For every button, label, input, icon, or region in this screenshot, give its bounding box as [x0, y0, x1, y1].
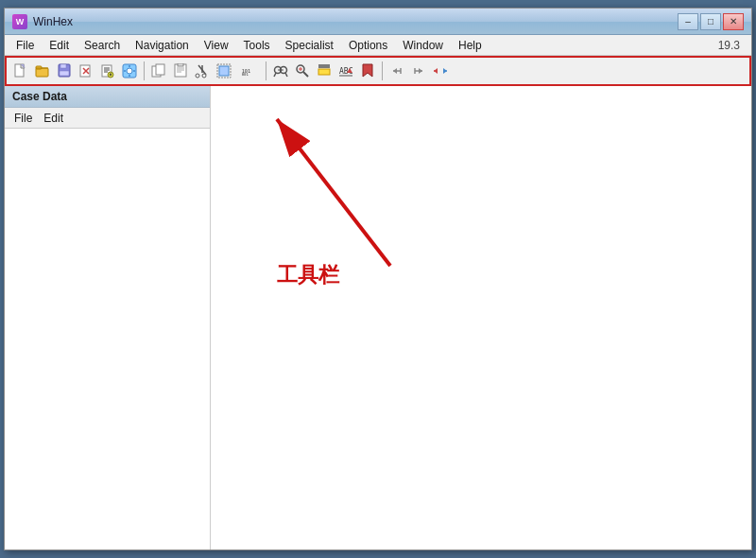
- menu-tools[interactable]: Tools: [236, 36, 278, 55]
- svg-rect-5: [60, 64, 66, 68]
- sidebar-menu-file[interactable]: File: [9, 110, 38, 127]
- menu-window[interactable]: Window: [395, 36, 451, 55]
- sidebar-menu-edit[interactable]: Edit: [38, 110, 69, 127]
- save-button[interactable]: [54, 61, 75, 81]
- svg-point-32: [196, 74, 199, 78]
- toolbar-sep-3: [382, 61, 383, 80]
- search-button[interactable]: [270, 61, 291, 81]
- menu-specialist[interactable]: Specialist: [278, 36, 341, 55]
- svg-marker-63: [434, 68, 438, 74]
- main-area: Case Data File Edit 工具栏: [5, 86, 751, 549]
- close-button[interactable]: ✕: [723, 13, 744, 30]
- version-label: 19.3: [718, 39, 747, 52]
- svg-marker-55: [393, 68, 397, 74]
- toolbar: 101 001: [5, 56, 751, 86]
- menu-help[interactable]: Help: [451, 36, 490, 55]
- select-button[interactable]: [214, 61, 234, 81]
- cut-button[interactable]: [192, 61, 213, 81]
- svg-rect-6: [60, 71, 69, 76]
- svg-rect-47: [318, 69, 330, 75]
- sidebar-menu-bar: File Edit: [5, 108, 210, 129]
- find-button[interactable]: [292, 61, 313, 81]
- svg-rect-26: [178, 63, 183, 66]
- menu-options[interactable]: Options: [341, 36, 395, 55]
- title-bar: W WinHex – □ ✕: [5, 9, 751, 35]
- goto-button[interactable]: ABC: [335, 61, 356, 81]
- main-window: W WinHex – □ ✕ File Edit Search Navigati…: [4, 8, 752, 550]
- options-button[interactable]: [119, 61, 140, 81]
- forward-button[interactable]: [408, 61, 429, 81]
- maximize-button[interactable]: □: [700, 13, 721, 30]
- menu-file[interactable]: File: [9, 36, 42, 55]
- svg-marker-58: [419, 68, 422, 74]
- open-file-button[interactable]: [32, 61, 53, 81]
- svg-rect-35: [219, 66, 229, 76]
- window-controls: – □ ✕: [678, 13, 744, 30]
- svg-point-18: [127, 68, 132, 74]
- paste-block-button[interactable]: [170, 61, 191, 81]
- svg-line-44: [303, 72, 308, 77]
- new-file-button[interactable]: [10, 61, 31, 81]
- menu-view[interactable]: View: [197, 36, 236, 55]
- percent-button[interactable]: 101 001: [235, 61, 262, 81]
- copy-block-button[interactable]: [148, 61, 169, 81]
- svg-rect-24: [156, 64, 164, 75]
- sync-button[interactable]: [430, 61, 451, 81]
- properties-button[interactable]: [97, 61, 118, 81]
- sidebar-title: Case Data: [5, 86, 210, 108]
- back-button[interactable]: [387, 61, 407, 81]
- sidebar: Case Data File Edit: [5, 86, 211, 549]
- svg-text:001: 001: [242, 72, 249, 77]
- svg-point-33: [202, 74, 206, 78]
- svg-marker-61: [443, 68, 447, 74]
- svg-marker-53: [363, 64, 372, 77]
- svg-line-40: [274, 73, 276, 77]
- bookmark-button[interactable]: [357, 61, 378, 81]
- annotation-arrow: [220, 91, 428, 280]
- menu-navigation[interactable]: Navigation: [128, 36, 197, 55]
- app-icon: W: [12, 14, 27, 29]
- highlight-button[interactable]: [314, 61, 335, 81]
- window-title: WinHex: [33, 15, 678, 28]
- toolbar-sep-1: [144, 61, 145, 80]
- menu-edit[interactable]: Edit: [42, 36, 77, 55]
- minimize-button[interactable]: –: [678, 13, 698, 30]
- toolbar-sep-2: [266, 61, 266, 80]
- svg-line-41: [285, 73, 287, 77]
- main-panel: 工具栏: [211, 86, 751, 549]
- svg-line-65: [277, 119, 390, 266]
- menu-search[interactable]: Search: [77, 36, 128, 55]
- menu-bar: File Edit Search Navigation View Tools S…: [5, 35, 751, 56]
- sidebar-content: [5, 129, 210, 549]
- close-file-button[interactable]: [76, 61, 96, 81]
